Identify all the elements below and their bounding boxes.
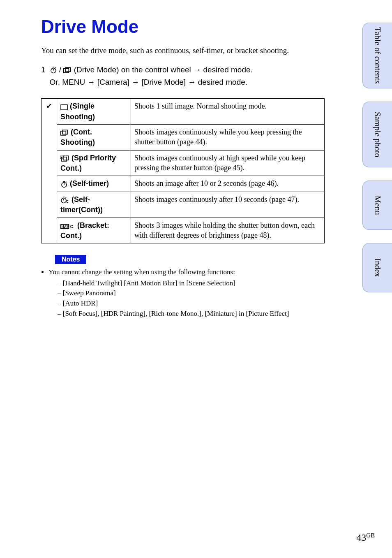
step-text-1b: desired mode. xyxy=(203,65,252,74)
speed-priority-icon: S xyxy=(60,153,69,163)
svg-rect-5 xyxy=(62,130,68,134)
page-title: Drive Mode xyxy=(41,16,325,37)
mode-desc: Shoots images continuously while you kee… xyxy=(131,125,325,150)
notes-item: [Auto HDR] xyxy=(58,299,325,309)
mode-desc: Shoots 1 still image. Normal shooting mo… xyxy=(131,99,325,125)
notes-heading: Notes xyxy=(55,255,86,264)
table-row: BRKC (Bracket: Cont.) Shoots 3 images wh… xyxy=(42,218,325,243)
page-number: 43GB xyxy=(356,532,375,543)
step-text-2d: desired mode. xyxy=(198,78,247,86)
self-timer-icon xyxy=(60,179,68,189)
arrow-icon: → xyxy=(131,78,139,86)
tab-label: Index xyxy=(373,258,382,277)
svg-text:C: C xyxy=(66,200,69,204)
drive-mode-table: ✔ (Single Shooting) Shoots 1 still image… xyxy=(41,98,325,243)
arrow-icon: → xyxy=(87,78,95,86)
step-number: 1 xyxy=(41,64,46,89)
intro-text: You can set the drive mode, such as cont… xyxy=(41,45,325,56)
step-text-2a: Or, MENU xyxy=(50,78,88,86)
mode-label: (Cont. Shooting) xyxy=(57,125,131,150)
step-slash: / xyxy=(59,65,64,74)
page-region: GB xyxy=(366,532,375,539)
instruction-step: 1 / (Drive Mode) on the control wheel → … xyxy=(41,64,325,89)
table-row: C (Self-timer(Cont)) Shoots images conti… xyxy=(42,192,325,218)
tab-label: Sample photo xyxy=(373,112,382,157)
notes-list: You cannot change the setting when using… xyxy=(41,267,325,319)
table-row: S (Spd Priority Cont.) Shoots images con… xyxy=(42,150,325,176)
tab-label: Menu xyxy=(373,196,382,215)
self-timer-icon xyxy=(50,65,59,74)
mode-label-text: (Self-timer) xyxy=(68,179,109,188)
svg-rect-7 xyxy=(63,156,69,160)
table-row: ✔ (Single Shooting) Shoots 1 still image… xyxy=(42,99,325,125)
notes-item: [Soft Focus], [HDR Painting], [Rich-tone… xyxy=(58,309,325,319)
table-row: (Cont. Shooting) Shoots images continuou… xyxy=(42,125,325,150)
self-timer-cont-icon: C xyxy=(60,195,69,205)
side-tabs: Table of contents Sample photo Menu Inde… xyxy=(362,23,392,292)
page-num: 43 xyxy=(356,532,366,543)
bracket-cont-icon: BRKC xyxy=(60,221,75,231)
svg-rect-3 xyxy=(61,105,67,110)
step-text-2c: [Drive Mode] xyxy=(141,78,188,86)
notes-lead: You cannot change the setting when using… xyxy=(48,267,325,319)
mode-desc: Shoots 3 images while holding the shutte… xyxy=(131,218,325,243)
svg-text:C: C xyxy=(70,224,74,229)
svg-rect-2 xyxy=(65,67,71,72)
continuous-icon xyxy=(60,127,69,137)
tab-sample-photo[interactable]: Sample photo xyxy=(362,102,392,167)
mode-label: (Self-timer) xyxy=(57,176,131,192)
mode-label: S (Spd Priority Cont.) xyxy=(57,150,131,176)
notes-lead-text: You cannot change the setting when using… xyxy=(48,268,235,276)
tab-label: Table of contents xyxy=(373,27,382,83)
notes-item: [Hand-held Twilight] [Anti Motion Blur] … xyxy=(58,278,325,289)
tab-menu[interactable]: Menu xyxy=(362,181,392,230)
notes-sublist: [Hand-held Twilight] [Anti Motion Blur] … xyxy=(48,278,325,319)
mode-desc: Shoots an image after 10 or 2 seconds (p… xyxy=(131,176,325,192)
svg-rect-1 xyxy=(64,68,69,72)
checkmark-icon: ✔ xyxy=(46,102,52,110)
step-text-1a: (Drive Mode) on the control wheel xyxy=(74,65,193,74)
svg-text:S: S xyxy=(61,156,62,159)
svg-rect-4 xyxy=(61,131,66,135)
tab-table-of-contents[interactable]: Table of contents xyxy=(362,23,392,88)
step-body: / (Drive Mode) on the control wheel → de… xyxy=(50,64,325,89)
notes-item: [Sweep Panorama] xyxy=(58,288,325,299)
tab-index[interactable]: Index xyxy=(362,243,392,292)
single-shot-icon xyxy=(60,102,68,111)
page-content: Drive Mode You can set the drive mode, s… xyxy=(0,0,349,335)
continuous-icon xyxy=(63,65,74,74)
check-cell: ✔ xyxy=(42,99,57,243)
arrow-icon: → xyxy=(188,78,196,86)
svg-text:BRK: BRK xyxy=(61,225,69,229)
table-row: (Self-timer) Shoots an image after 10 or… xyxy=(42,176,325,192)
step-text-2b: [Camera] xyxy=(97,78,131,86)
mode-label: BRKC (Bracket: Cont.) xyxy=(57,218,131,243)
mode-desc: Shoots images continuously after 10 seco… xyxy=(131,192,325,218)
mode-label: C (Self-timer(Cont)) xyxy=(57,192,131,218)
mode-label: (Single Shooting) xyxy=(57,99,131,125)
mode-desc: Shoots images continuously at high speed… xyxy=(131,150,325,176)
arrow-icon: → xyxy=(193,65,201,74)
